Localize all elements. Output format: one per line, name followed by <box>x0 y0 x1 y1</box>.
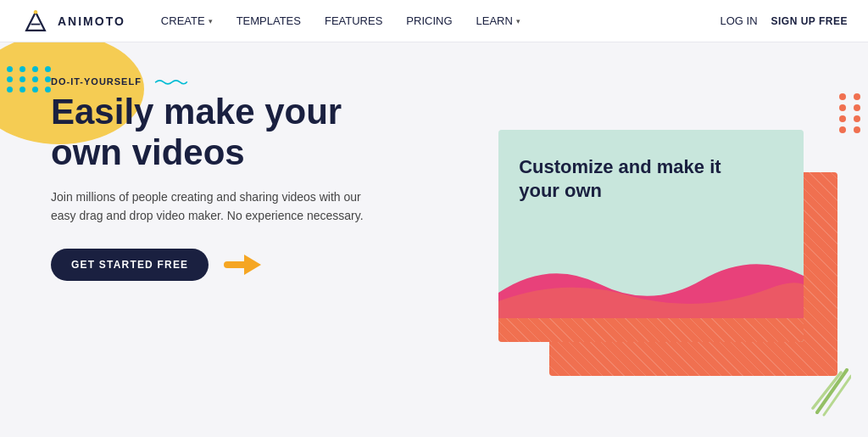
video-card: Customize and make it your own <box>498 130 804 342</box>
card-bottom-strip <box>498 318 804 342</box>
svg-point-2 <box>34 9 38 14</box>
logo[interactable]: ANIMOTO <box>20 6 125 36</box>
chevron-down-icon: ▾ <box>209 17 213 25</box>
card-title: Customize and make it your own <box>519 155 756 204</box>
chevron-down-icon: ▾ <box>516 17 520 25</box>
hero-title: Easily make your own videos <box>51 92 409 174</box>
cta-row: GET STARTED FREE <box>51 249 409 281</box>
nav-create[interactable]: CREATE ▾ <box>149 0 225 42</box>
svg-marker-4 <box>244 255 261 275</box>
signup-link[interactable]: SIGN UP FREE <box>771 15 848 27</box>
get-started-button[interactable]: GET STARTED FREE <box>51 249 209 281</box>
arrow-icon <box>224 251 261 278</box>
nav-right: LOG IN SIGN UP FREE <box>720 14 848 27</box>
nav-templates[interactable]: TEMPLATES <box>225 0 313 42</box>
nav-features[interactable]: FEATURES <box>313 0 394 42</box>
nav-learn[interactable]: LEARN ▾ <box>465 0 532 42</box>
hero-left: DO-IT-YOURSELF Easily make your own vide… <box>0 42 451 437</box>
navbar: ANIMOTO CREATE ▾ TEMPLATES FEATURES PRIC… <box>0 0 868 42</box>
svg-rect-3 <box>224 261 248 268</box>
main-content: DO-IT-YOURSELF Easily make your own vide… <box>0 42 868 437</box>
video-preview-container: Customize and make it your own <box>498 130 821 367</box>
svg-line-7 <box>813 373 841 408</box>
hero-right: Customize and make it your own <box>451 42 868 437</box>
card-content: Customize and make it your own <box>498 130 804 250</box>
nav-pricing[interactable]: PRICING <box>394 0 464 42</box>
green-brush-decoration <box>809 366 851 420</box>
login-link[interactable]: LOG IN <box>720 14 757 27</box>
wave-decoration <box>498 250 804 318</box>
hero-description: Join millions of people creating and sha… <box>51 188 373 226</box>
diy-label: DO-IT-YOURSELF <box>51 76 409 87</box>
coral-dots-decoration <box>839 93 864 133</box>
nav-links: CREATE ▾ TEMPLATES FEATURES PRICING LEAR… <box>149 0 721 42</box>
svg-line-5 <box>817 370 847 412</box>
teal-dots-decoration <box>7 66 53 92</box>
squiggle-decoration <box>150 78 192 85</box>
logo-text: ANIMOTO <box>58 14 125 28</box>
svg-marker-0 <box>26 12 45 31</box>
